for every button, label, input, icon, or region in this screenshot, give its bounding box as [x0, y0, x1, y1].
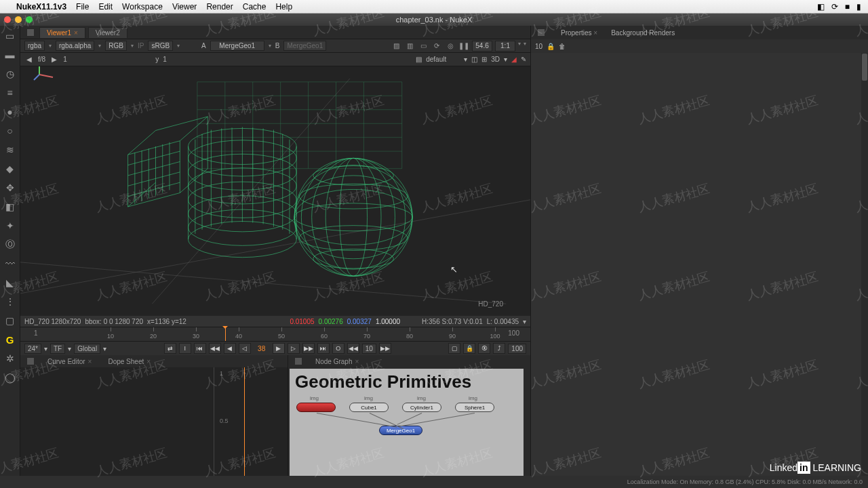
maximize-icon[interactable] — [26, 16, 33, 23]
tool-tag-icon[interactable]: ◣ — [3, 275, 18, 290]
tool-ring-icon[interactable]: ◯ — [3, 370, 18, 385]
b-input-select[interactable]: MergeGeo1 — [283, 41, 326, 51]
tool-select-icon[interactable]: ▭ — [3, 28, 18, 43]
range-select[interactable]: Global — [74, 344, 100, 354]
tool-layers-icon[interactable]: ≋ — [3, 142, 18, 157]
next-icon[interactable]: ▶ — [50, 56, 59, 63]
channel-select[interactable]: rgba — [24, 41, 45, 51]
step-fwd-icon[interactable]: ▶▶ — [302, 343, 315, 354]
tool-gear-icon[interactable]: ✲ — [3, 351, 18, 366]
frame-fwd-icon[interactable]: ▷ — [288, 343, 300, 354]
export-icon[interactable]: ⤴ — [493, 343, 505, 354]
tool-square-icon[interactable]: ▢ — [3, 313, 18, 328]
tool-dots-icon[interactable]: ⋮ — [3, 294, 18, 309]
pin-icon[interactable] — [27, 29, 34, 36]
overlay-select[interactable]: default — [426, 56, 460, 63]
wipe-icon[interactable]: ▨ — [391, 41, 401, 52]
play-back-icon[interactable]: ◀ — [224, 343, 236, 354]
step-back-icon[interactable]: ◀◀ — [209, 343, 221, 354]
pin-icon[interactable] — [27, 358, 34, 365]
in-flag-icon[interactable]: I — [179, 343, 191, 354]
tray-icon[interactable]: ▮ — [856, 2, 861, 12]
tool-rect-icon[interactable]: ▬ — [3, 47, 18, 62]
tab-curve-editor[interactable]: Curve Editor× — [42, 357, 97, 366]
step-size[interactable]: 10 — [362, 344, 376, 354]
tf-select[interactable]: TF — [50, 344, 65, 354]
fwd10-icon[interactable]: ▶▶ — [379, 343, 391, 354]
split-icon[interactable]: ▥ — [404, 41, 415, 52]
stereo-icon[interactable]: ◫ — [471, 56, 477, 63]
gain-value[interactable]: 54.6 — [472, 41, 492, 52]
tool-g-icon[interactable]: G — [3, 332, 18, 347]
node-graph-canvas[interactable]: Geometric Primitives img img img img Cub… — [290, 369, 524, 487]
back10-icon[interactable]: ◀◀ — [347, 343, 359, 354]
tool-stack-icon[interactable]: ≡ — [3, 85, 18, 100]
tool-clock-icon[interactable]: ◷ — [3, 66, 18, 81]
out-flag-icon[interactable]: O — [332, 343, 344, 354]
pin-icon[interactable] — [295, 358, 302, 365]
props-limit[interactable]: 10 — [535, 43, 542, 50]
tool-cube-icon[interactable]: ◧ — [3, 199, 18, 214]
menu-file[interactable]: File — [76, 2, 89, 12]
record-icon[interactable]: ◢ — [511, 56, 517, 63]
tab-dope-sheet[interactable]: Dope Sheet× — [102, 357, 156, 366]
tool-circle-icon[interactable]: ○ — [3, 123, 18, 138]
spin2[interactable]: 1 — [163, 56, 167, 63]
a-input-select[interactable]: MergeGeo1 — [210, 41, 264, 51]
spin1[interactable]: 1 — [63, 56, 67, 63]
dropdown-icon[interactable]: ▾ — [523, 318, 526, 325]
refresh-icon[interactable]: ⟳ — [431, 41, 442, 52]
zoom-ratio[interactable]: 1:1 — [495, 41, 515, 52]
tray-icon[interactable]: ■ — [845, 2, 850, 12]
tab-viewer2[interactable]: Viewer2 — [88, 27, 127, 38]
tool-move-icon[interactable]: ✥ — [3, 180, 18, 195]
grid-icon[interactable]: ⊞ — [481, 56, 487, 63]
alpha-select[interactable]: rgba.alpha — [56, 41, 94, 51]
tab-properties[interactable]: Properties × — [561, 29, 597, 37]
3d-mode-select[interactable]: 3D — [491, 56, 500, 63]
go-start-icon[interactable]: ⏮ — [194, 343, 206, 354]
curve-graph[interactable]: 1 0.5 — [20, 367, 288, 476]
target-icon[interactable]: ◎ — [445, 41, 456, 52]
frame-out-field[interactable]: 100 — [508, 344, 526, 354]
tray-icon[interactable]: ◧ — [817, 2, 825, 12]
lock-icon[interactable]: 🔒 — [547, 43, 555, 50]
monitor-icon[interactable]: ▢ — [448, 343, 460, 354]
sync-icon[interactable]: ⇄ — [164, 343, 176, 354]
menu-workspace[interactable]: Workspace — [122, 2, 163, 12]
node-cube[interactable]: Cube1 — [349, 403, 389, 412]
colorspace-select[interactable]: RGB — [105, 41, 127, 51]
frame-back-icon[interactable]: ◁ — [239, 343, 251, 354]
minimize-icon[interactable] — [15, 16, 22, 23]
menu-render[interactable]: Render — [206, 2, 233, 12]
node-card[interactable] — [296, 403, 336, 412]
capture-icon[interactable]: ⦿ — [478, 343, 490, 354]
cliptest-icon[interactable]: ▤ — [416, 56, 422, 63]
close-icon[interactable] — [4, 16, 11, 23]
app-name[interactable]: NukeX11.1v3 — [16, 2, 66, 12]
menu-edit[interactable]: Edit — [98, 2, 113, 12]
fps-select[interactable]: 24* — [24, 344, 41, 354]
properties-body[interactable] — [531, 53, 868, 488]
tab-viewer1[interactable]: Viewer1× — [39, 27, 85, 38]
pin-icon[interactable] — [538, 29, 545, 36]
fstop-select[interactable]: f/8 — [38, 56, 45, 63]
tool-o-icon[interactable]: Ⓞ — [3, 237, 18, 252]
tool-sphere-icon[interactable]: ● — [3, 104, 18, 119]
viewport-3d[interactable]: y HD_720 ↖ — [20, 66, 530, 316]
node-cylinder[interactable]: Cylinder1 — [402, 403, 441, 412]
go-end-icon[interactable]: ⏭ — [317, 343, 330, 354]
tab-node-graph[interactable]: Node Graph× — [310, 357, 364, 366]
timeline[interactable]: 1 100 102030405060708090100 — [20, 327, 530, 342]
menu-cache[interactable]: Cache — [243, 2, 267, 12]
settings-icon[interactable]: ✎ — [521, 56, 526, 63]
lock-icon[interactable]: 🔒 — [463, 343, 475, 354]
tray-icon[interactable]: ⟳ — [831, 2, 838, 12]
current-frame[interactable]: 38 — [254, 345, 270, 352]
playhead-icon[interactable] — [225, 327, 226, 341]
menu-help[interactable]: Help — [275, 2, 292, 12]
tool-wave-icon[interactable]: 〰 — [3, 256, 18, 271]
menu-viewer[interactable]: Viewer — [172, 2, 197, 12]
window-controls[interactable] — [4, 16, 33, 23]
clear-icon[interactable]: 🗑 — [559, 43, 566, 50]
